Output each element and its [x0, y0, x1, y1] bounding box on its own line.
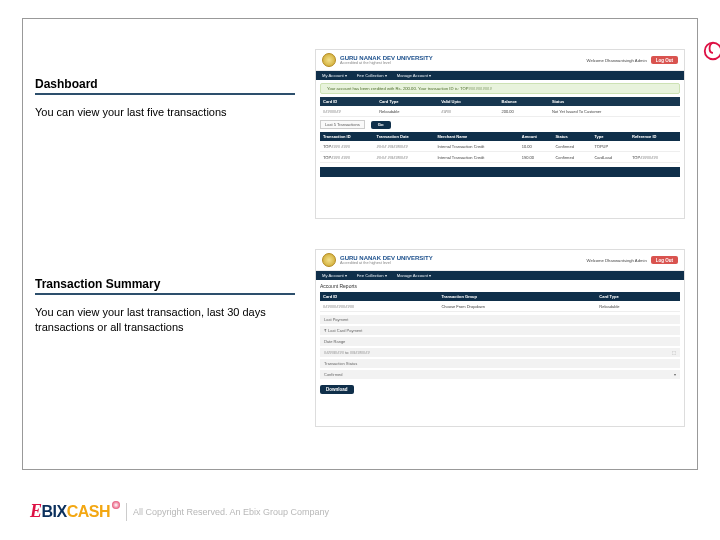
- logout-button[interactable]: Log Out: [651, 256, 678, 264]
- txsummary-screenshot: GURU NANAK DEV UNIVERSITY Accredited at …: [315, 249, 685, 427]
- nav-fee-collection[interactable]: Fee Collection ▾: [357, 73, 387, 78]
- date-range-value: ##/##/#### to ##/##/#### ⬚: [320, 348, 680, 357]
- col-txdate: Transaction Date: [374, 132, 435, 141]
- last-payment-row: Last Payment: [320, 315, 680, 324]
- ebixcash-logo: EBIXCASH: [30, 501, 120, 522]
- table-row: ######## Reloadable ##/## 200.00 Not Yet…: [320, 106, 680, 117]
- report-filter-table: Card ID Transaction Group Card Type ####…: [320, 292, 680, 312]
- dashboard-heading: Dashboard: [35, 77, 295, 95]
- date-range-row: Date Range: [320, 337, 680, 346]
- nav-manage-account[interactable]: Manage Account ▾: [397, 273, 431, 278]
- nav-manage-account[interactable]: Manage Account ▾: [397, 73, 431, 78]
- tx-status-value: Confirmed ▾: [320, 370, 680, 379]
- university-tagline: Accredited at the highest level: [340, 61, 433, 65]
- filter-dropdown[interactable]: Last 5 Transactions: [320, 120, 365, 129]
- col-type: Type: [591, 132, 629, 141]
- col-card-type: Card Type: [596, 292, 680, 301]
- nav-fee-collection[interactable]: Fee Collection ▾: [357, 273, 387, 278]
- card-summary-table: Card ID Card Type Valid Upto Balance Sta…: [320, 97, 680, 117]
- nav-my-account[interactable]: My Account ▾: [322, 73, 347, 78]
- university-logo-icon: [322, 253, 336, 267]
- last-payment-value: ₹ Last Card Payment: [320, 326, 680, 335]
- credit-notice: Your account has been credited with Rs. …: [320, 83, 680, 94]
- go-button[interactable]: Go: [371, 121, 391, 129]
- table-row: ############## Choose From Dropdown Relo…: [320, 301, 680, 312]
- col-balance: Balance: [499, 97, 549, 106]
- txsummary-desc: You can view your last transaction, last…: [35, 305, 295, 335]
- logout-button[interactable]: Log Out: [651, 56, 678, 64]
- col-card-id: Card ID: [320, 292, 438, 301]
- dashboard-screenshot: GURU NANAK DEV UNIVERSITY Accredited at …: [315, 49, 685, 219]
- nav-my-account[interactable]: My Account ▾: [322, 273, 347, 278]
- col-status: Status: [549, 97, 680, 106]
- copyright-text: All Copyright Reserved. An Ebix Group Co…: [133, 507, 329, 517]
- decorative-swirl-icon: [702, 40, 720, 62]
- col-amount: Amount: [519, 132, 553, 141]
- col-txstatus: Status: [552, 132, 591, 141]
- nav-bar: My Account ▾ Fee Collection ▾ Manage Acc…: [316, 71, 684, 80]
- welcome-text: Welcome Dhanwantsingh Admin: [587, 258, 647, 263]
- table-row: TOP#### ######:## ##/##/####Internal Tra…: [320, 141, 680, 152]
- svg-point-0: [705, 43, 720, 60]
- col-txid: Transaction ID: [320, 132, 374, 141]
- nav-bar: My Account ▾ Fee Collection ▾ Manage Acc…: [316, 271, 684, 280]
- col-card-type: Card Type: [376, 97, 438, 106]
- welcome-text: Welcome Dhanwantsingh Admin: [587, 58, 647, 63]
- dark-footer-strip: [320, 167, 680, 177]
- col-card-id: Card ID: [320, 97, 376, 106]
- page-footer: EBIXCASH All Copyright Reserved. An Ebix…: [30, 501, 690, 522]
- col-valid-upto: Valid Upto: [438, 97, 498, 106]
- dashboard-desc: You can view your last five transactions: [35, 105, 295, 120]
- col-merchant: Merchant Name: [434, 132, 518, 141]
- university-logo-icon: [322, 53, 336, 67]
- table-row: TOP#### ######:## ##/##/####Internal Tra…: [320, 152, 680, 163]
- university-tagline: Accredited at the highest level: [340, 261, 433, 265]
- account-reports-label: Account Reports: [320, 283, 680, 289]
- logo-dot-icon: [112, 501, 120, 509]
- transactions-table: Transaction ID Transaction Date Merchant…: [320, 132, 680, 163]
- txsummary-heading: Transaction Summary: [35, 277, 295, 295]
- tx-status-row: Transaction Status: [320, 359, 680, 368]
- col-tx-group: Transaction Group: [438, 292, 596, 301]
- download-button[interactable]: Download: [320, 385, 354, 394]
- col-ref: Reference ID: [629, 132, 680, 141]
